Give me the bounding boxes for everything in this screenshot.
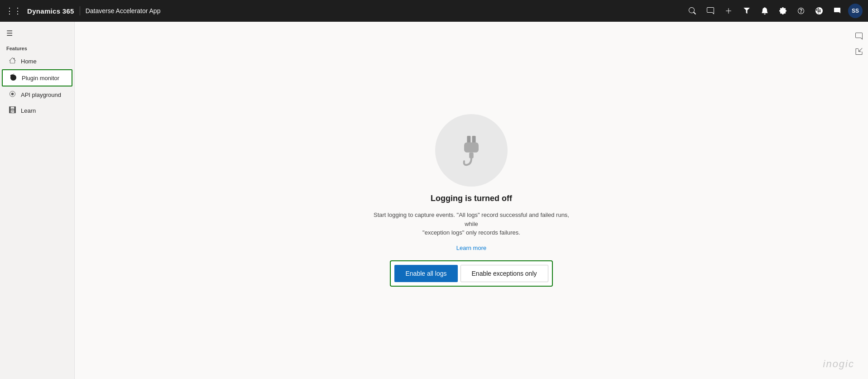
search-icon[interactable] xyxy=(685,4,700,18)
sidebar-section-label: Features xyxy=(0,41,74,53)
sidebar-api-playground-label: API playground xyxy=(21,91,61,98)
plus-icon[interactable] xyxy=(721,4,736,18)
sidebar-home-label: Home xyxy=(21,58,37,65)
topbar-icons: SS xyxy=(685,4,863,18)
app-name: Dataverse Accelerator App xyxy=(86,7,161,14)
svg-rect-2 xyxy=(467,136,470,143)
sidebar-learn-label: Learn xyxy=(21,107,36,114)
enable-all-logs-button[interactable]: Enable all logs xyxy=(394,265,457,282)
user-avatar[interactable]: SS xyxy=(848,4,863,18)
sidebar-item-learn[interactable]: Learn xyxy=(2,103,72,118)
enable-exceptions-button[interactable]: Enable exceptions only xyxy=(460,265,548,282)
grid-icon[interactable]: ⋮⋮ xyxy=(5,6,22,16)
learn-more-link[interactable]: Learn more xyxy=(456,245,486,251)
action-buttons-container: Enable all logs Enable exceptions only xyxy=(390,260,552,287)
right-expand-icon[interactable] xyxy=(852,44,866,59)
brand-title: Dynamics 365 xyxy=(27,7,74,15)
logging-desc-line2: "exception logs" only records failures. xyxy=(422,229,520,236)
sidebar-item-home[interactable]: Home xyxy=(2,53,72,69)
settings-icon[interactable] xyxy=(776,4,790,18)
svg-point-1 xyxy=(11,93,14,96)
topbar-divider xyxy=(80,6,80,15)
logging-description: Start logging to capture events. "All lo… xyxy=(372,211,571,237)
logging-title: Logging is turned off xyxy=(431,194,512,203)
watermark: inogic xyxy=(823,358,854,370)
logging-desc-line1: Start logging to capture events. "All lo… xyxy=(374,211,569,227)
feedback-icon[interactable] xyxy=(830,4,844,18)
topbar: ⋮⋮ Dynamics 365 Dataverse Accelerator Ap… xyxy=(0,0,868,22)
plug-icon-circle xyxy=(435,114,508,187)
hamburger-icon[interactable]: ☰ xyxy=(0,25,74,41)
globe-icon[interactable] xyxy=(812,4,826,18)
home-icon xyxy=(8,57,16,65)
svg-rect-4 xyxy=(464,143,479,153)
sidebar: ☰ Features Home Plugin monitor API playg… xyxy=(0,22,75,379)
center-panel: Logging is turned off Start logging to c… xyxy=(372,114,571,287)
learn-icon xyxy=(8,106,16,115)
right-chat-icon[interactable] xyxy=(852,29,866,43)
svg-rect-3 xyxy=(472,136,476,143)
filter-icon[interactable] xyxy=(739,4,754,18)
api-playground-icon xyxy=(8,91,16,99)
plugin-monitor-icon xyxy=(9,74,17,82)
sidebar-item-plugin-monitor[interactable]: Plugin monitor xyxy=(2,69,72,86)
plug-svg xyxy=(453,132,489,168)
right-side-icons xyxy=(850,27,868,61)
main-content: Logging is turned off Start logging to c… xyxy=(75,22,868,379)
sidebar-plugin-monitor-label: Plugin monitor xyxy=(22,75,59,82)
chat-icon[interactable] xyxy=(703,4,718,18)
sidebar-item-api-playground[interactable]: API playground xyxy=(2,87,72,102)
help-icon[interactable] xyxy=(794,4,808,18)
bell-icon[interactable] xyxy=(758,4,772,18)
